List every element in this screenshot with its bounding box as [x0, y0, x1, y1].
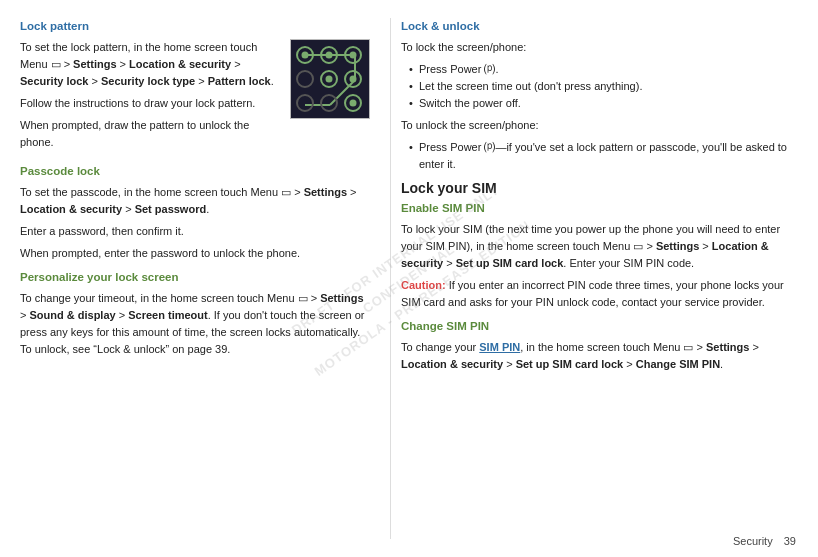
personalize-title: Personalize your lock screen	[20, 269, 370, 287]
caution-label: Caution:	[401, 279, 446, 291]
unlock-bullets: Press Power ⒫—if you've set a lock patte…	[409, 139, 798, 173]
lock-your-sim-heading: Lock your SIM	[401, 180, 798, 196]
lock-pattern-title: Lock pattern	[20, 18, 370, 36]
dot-8	[320, 94, 338, 112]
personalize-section: Personalize your lock screen To change y…	[20, 269, 370, 358]
passcode-lock-section: Passcode lock To set the passcode, in th…	[20, 163, 370, 262]
sim-pin-link: SIM PIN	[479, 341, 520, 353]
lock-unlock-section: Lock & unlock To lock the screen/phone: …	[401, 18, 798, 173]
footer-label: Security	[733, 535, 773, 547]
unlock-bullet-1: Press Power ⒫—if you've set a lock patte…	[409, 139, 798, 173]
lock-unlock-title: Lock & unlock	[401, 18, 798, 36]
dot-7	[296, 94, 314, 112]
passcode-lock-p1: To set the passcode, in the home screen …	[20, 184, 370, 218]
unlock-screen-intro: To unlock the screen/phone:	[401, 117, 798, 134]
passcode-lock-title: Passcode lock	[20, 163, 370, 181]
personalize-p1: To change your timeout, in the home scre…	[20, 290, 370, 358]
dot-grid-container	[296, 46, 364, 114]
lock-pattern-p3: When prompted, draw the pattern to unloc…	[20, 117, 370, 151]
dot-9	[344, 94, 362, 112]
change-sim-pin-section: Change SIM PIN To change your SIM PIN, i…	[401, 318, 798, 373]
dot-5	[320, 70, 338, 88]
dot-3	[344, 46, 362, 64]
passcode-lock-p3: When prompted, enter the password to unl…	[20, 245, 370, 262]
lock-bullet-3: Switch the power off.	[409, 95, 798, 112]
enable-sim-pin-section: Enable SIM PIN To lock your SIM (the nex…	[401, 200, 798, 311]
caution-paragraph: Caution: If you enter an incorrect PIN c…	[401, 277, 798, 311]
lock-pattern-section: Lock pattern	[20, 18, 370, 156]
enable-sim-pin-title: Enable SIM PIN	[401, 200, 798, 218]
right-column: Lock & unlock To lock the screen/phone: …	[390, 18, 798, 539]
enable-sim-pin-p1: To lock your SIM (the next time you powe…	[401, 221, 798, 272]
passcode-lock-p2: Enter a password, then confirm it.	[20, 223, 370, 240]
lock-bullet-1: Press Power ⒫.	[409, 61, 798, 78]
lock-screen-intro: To lock the screen/phone:	[401, 39, 798, 56]
lock-bullet-2: Let the screen time out (don't press any…	[409, 78, 798, 95]
lock-your-sim-section: Lock your SIM Enable SIM PIN To lock you…	[401, 180, 798, 373]
dot-6	[344, 70, 362, 88]
change-sim-pin-title: Change SIM PIN	[401, 318, 798, 336]
dot-4	[296, 70, 314, 88]
dot-grid	[296, 46, 364, 114]
lock-pattern-image	[290, 39, 370, 119]
lock-bullets: Press Power ⒫. Let the screen time out (…	[409, 61, 798, 112]
page-footer: Security 39	[725, 535, 796, 547]
change-sim-pin-p1: To change your SIM PIN, in the home scre…	[401, 339, 798, 373]
dot-1	[296, 46, 314, 64]
footer-page-number: 39	[784, 535, 796, 547]
left-column: Lock pattern	[20, 18, 390, 539]
dot-2	[320, 46, 338, 64]
